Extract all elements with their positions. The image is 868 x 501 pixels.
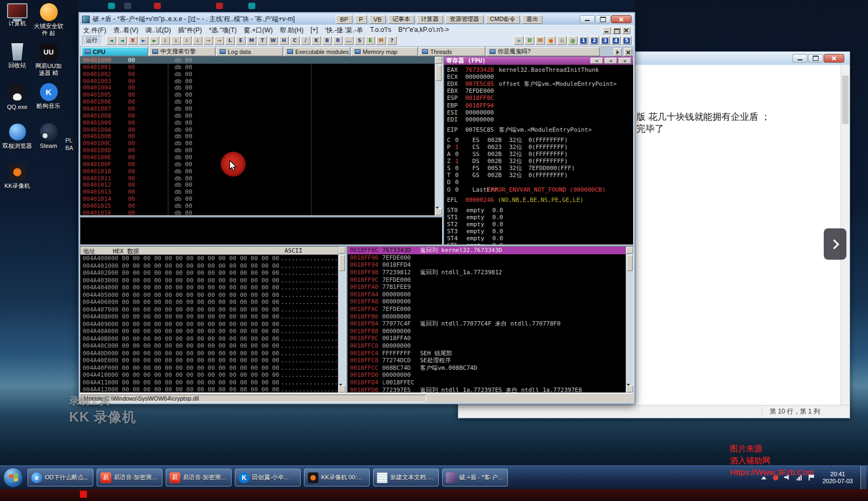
toolbar-button[interactable]: M xyxy=(247,36,256,45)
register-line[interactable]: ECX00000000 xyxy=(447,73,633,80)
taskbar-item[interactable]: eOD下什么断点.,. xyxy=(28,469,93,486)
toolbar-button[interactable]: ↓ xyxy=(171,36,181,45)
disasm-row[interactable]: 0040100C00db 00 xyxy=(80,140,435,147)
tab-scroll-right-icon[interactable] xyxy=(614,48,622,56)
register-line[interactable]: EBX7EFDE000 xyxy=(447,87,633,94)
stack-row[interactable]: 0018FFB000000000 xyxy=(348,313,626,320)
register-line[interactable]: Z1DS002B32位0(FFFFFFFF) xyxy=(447,158,633,165)
dump-row[interactable]: 004A406000 00 00 00 00 00 00 00 00 00 00… xyxy=(80,299,338,306)
stack-row[interactable]: 0018FF9877239812返回到 ntdll_1a.77239812 xyxy=(348,269,626,276)
taskbar-item[interactable]: 易易语音-加密测视... xyxy=(166,469,232,486)
register-line[interactable]: ESI00000000 xyxy=(447,109,633,116)
disasm-row[interactable]: 0040101600db 00 xyxy=(80,209,435,216)
toolbar-button[interactable]: 5 xyxy=(622,36,632,45)
dump-row[interactable]: 004A410000 00 00 00 00 00 00 00 00 00 00… xyxy=(80,371,338,379)
stack-row[interactable]: 0018FFC000000000 xyxy=(348,342,626,350)
register-line[interactable]: EIP007E5C85客户端vm.<ModuleEntryPoint> xyxy=(447,126,633,133)
titlebar-tool-button[interactable]: 退出 xyxy=(522,15,542,24)
register-line[interactable]: D0 xyxy=(447,179,633,186)
toolbar-button[interactable]: K xyxy=(311,36,321,45)
stack-row[interactable]: 0018FFB477077C4F返回到 ntdll.77077C4F 来自 nt… xyxy=(348,320,626,328)
taskbar-item[interactable]: KK录像机 00:00:49 xyxy=(304,469,370,486)
close-icon[interactable] xyxy=(611,15,632,23)
taskbar-item[interactable]: 新建文本文档.txt... xyxy=(373,469,439,486)
disasm-row[interactable]: 0040100900db 00 xyxy=(80,119,435,126)
dump-row[interactable]: 004A40A000 00 00 00 00 00 00 00 00 00 00… xyxy=(80,328,338,335)
desktop-icon-qq[interactable]: QQ.exe xyxy=(2,83,32,111)
toolbar-button[interactable]: = xyxy=(514,36,524,45)
toolbar-button[interactable]: W xyxy=(268,36,278,45)
tab-cn-search[interactable]: 中文搜索引擎 xyxy=(149,47,215,56)
tab-log[interactable]: Log data xyxy=(216,47,283,56)
stack-row[interactable]: 0018FFD8772397E5返回到 ntdll_1a.772397E5 来自… xyxy=(348,386,626,393)
disasm-row[interactable]: 0040100000db 00 xyxy=(80,57,435,64)
toolbar-button[interactable]: ... xyxy=(344,36,354,45)
close-icon[interactable] xyxy=(824,54,844,63)
dump-row[interactable]: 004A407000 00 00 00 00 00 00 00 00 00 00… xyxy=(80,306,338,314)
scroll-down-icon[interactable] xyxy=(338,385,345,392)
toolbar-button[interactable]: X xyxy=(128,36,138,45)
taskbar-item[interactable]: 易易语音-加密测视... xyxy=(97,469,162,486)
disasm-row[interactable]: 0040101100db 00 xyxy=(80,175,435,182)
disasm-row[interactable]: 0040100600db 00 xyxy=(80,98,435,105)
disasm-row[interactable]: 0040100800db 00 xyxy=(80,112,435,119)
register-pane-button[interactable]: < xyxy=(619,58,631,64)
toolbar-button[interactable]: 2 xyxy=(589,36,599,45)
register-pane-button[interactable]: < xyxy=(591,58,603,64)
dump-row[interactable]: 004A409000 00 00 00 00 00 00 00 00 00 00… xyxy=(80,321,338,328)
toolbar-button[interactable]: S xyxy=(355,36,364,45)
ollydbg-titlebar[interactable]: 破.+盾 - *客-户+端+v'm"p..e.x.e - [过~ - . 主线'… xyxy=(80,13,634,25)
register-line[interactable]: EBP0018FF94 xyxy=(447,101,633,109)
titlebar-tool-button[interactable]: P xyxy=(355,15,367,24)
menu-item[interactable]: 帮.助(H) xyxy=(280,26,303,35)
stack-row[interactable]: 0018FFA400000000 xyxy=(348,291,626,299)
toolbar-button[interactable]: L xyxy=(225,36,235,45)
stack-row[interactable]: 0018FF8C7673343D返回到 kernel32.7673343D xyxy=(348,247,626,254)
dump-row[interactable]: 004A400000 00 00 00 00 00 00 00 00 00 00… xyxy=(80,255,338,262)
disasm-row[interactable]: 0040101000db 00 xyxy=(80,168,435,175)
scrollbar-thumb[interactable] xyxy=(842,76,849,124)
register-line[interactable]: ST5empty0.0 xyxy=(447,242,633,245)
toolbar-button[interactable]: H xyxy=(279,36,289,45)
dump-row[interactable]: 004A408000 00 00 00 00 00 00 00 00 00 00… xyxy=(80,313,338,321)
maximize-icon[interactable] xyxy=(595,15,611,23)
mdi-restore-icon[interactable] xyxy=(612,27,621,34)
register-line[interactable]: O0LastErrERROR_ENVVAR_NOT_FOUND (000000C… xyxy=(447,186,633,193)
register-line[interactable]: P1CS002332位0(FFFFFFFF) xyxy=(447,144,633,151)
disasm-row[interactable]: 0040100500db 00 xyxy=(80,91,435,98)
taskbar-item[interactable]: 破.+盾 - *客-户... xyxy=(442,469,508,486)
register-line[interactable]: EAX7673342Bkernel32.BaseThreadInitThunk xyxy=(447,66,633,73)
tab-modules[interactable]: Executable modules xyxy=(284,47,350,56)
desktop-icon-kugou[interactable]: K酷狗音乐 xyxy=(33,83,64,110)
toolbar-button[interactable]: E xyxy=(365,36,375,45)
scroll-down-icon[interactable] xyxy=(626,385,633,392)
dump-row[interactable]: 004A40D000 00 00 00 00 00 00 00 00 00 00… xyxy=(80,350,338,357)
stack-row[interactable]: 0018FFAC7EFDE000 xyxy=(348,306,626,313)
menu-item[interactable]: 查..看(V) xyxy=(113,26,139,35)
dump-row[interactable]: 004A40B000 00 00 00 00 00 00 00 00 00 00… xyxy=(80,335,338,343)
stack-row[interactable]: 0018FFCC008BC74D客户端vm.008BC74D xyxy=(348,364,626,372)
desktop-icon-huorong[interactable]: 火绒安全软件 起 xyxy=(33,3,64,37)
titlebar-tool-button[interactable]: 记事本 xyxy=(388,15,415,24)
toolbar-button[interactable]: @ xyxy=(568,36,578,45)
disasm-row[interactable]: 0040100400db 00 xyxy=(80,84,435,91)
disasm-row[interactable]: 0040100A00db 00 xyxy=(80,126,435,133)
stack-row[interactable]: 0018FF9C7EFDE000 xyxy=(348,276,626,283)
scrollbar-thumb[interactable] xyxy=(627,255,633,271)
disasm-row[interactable]: 0040100700db 00 xyxy=(80,105,435,112)
register-line[interactable]: ST1empty0.0 xyxy=(447,214,633,221)
disasm-row[interactable]: 0040100300db 00 xyxy=(80,78,435,85)
toolbar-button[interactable]: M xyxy=(535,36,545,45)
disasm-row[interactable]: 0040100D00db 00 xyxy=(80,147,435,154)
register-line[interactable]: ST2empty0.0 xyxy=(447,221,633,228)
info-pane[interactable] xyxy=(80,217,443,245)
stack-row[interactable]: 0018FFD000000000 xyxy=(348,371,626,379)
maximize-icon[interactable] xyxy=(808,54,823,63)
stack-row[interactable]: 0018FFA077B1FEE9 xyxy=(348,283,626,291)
tab-memory[interactable]: Memory map xyxy=(351,47,418,56)
taskbar-clock[interactable]: 20:41 2020-07-03 xyxy=(819,471,856,485)
registers-pane[interactable]: 寄存器 (FPU) <<< EAX7673342Bkernel32.BaseTh… xyxy=(444,56,634,245)
scroll-up-icon[interactable] xyxy=(626,247,633,254)
toolbar-button[interactable]: B xyxy=(322,36,332,45)
toolbar-button[interactable]: → xyxy=(204,36,213,45)
